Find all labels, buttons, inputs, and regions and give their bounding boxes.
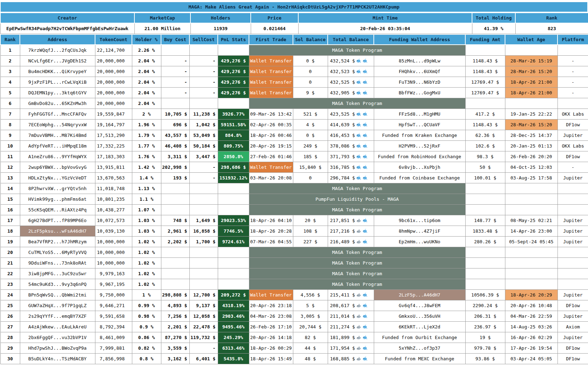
cell-rank: 15	[0, 194, 20, 205]
cell-rank: 6	[0, 98, 20, 109]
cell-platform	[558, 268, 588, 279]
cell-first-trade: Wallet Transfer	[249, 162, 293, 173]
cell-sol-balance: 20,744 $	[293, 322, 328, 332]
cell-total-balance: 296,784 $	[328, 173, 374, 183]
shark-icon	[356, 346, 361, 350]
cell-rank: 30	[0, 354, 20, 364]
cell-address: 8P2hwrvXW...grYQtv5nh	[20, 183, 95, 194]
cell-buy-cost: 46,408 $	[161, 141, 189, 151]
summary-header-holders: Holders	[190, 13, 251, 23]
summary-header-mint-time: Mint Time	[298, 13, 472, 23]
summary-table: Creator MarketCap Holders Price Mint Tim…	[0, 12, 588, 34]
cell-wallet-age: 14-Aug-25 03:26	[505, 322, 558, 332]
whale-icon	[362, 165, 368, 170]
whale-icon	[362, 303, 368, 308]
cell-address: 7krzWQqfJ...2fqCUsJqk	[20, 45, 95, 56]
cell-platform: OKX Labs	[558, 109, 588, 120]
cell-sol-balance: 44 $	[293, 343, 328, 354]
cell-funding-wallet: 6KEkRT...LjeX2d	[374, 322, 465, 332]
cell-wallet-age: 04-Mar-26 22:59	[505, 311, 558, 322]
cell-total-balance: 378,086 $	[328, 141, 374, 151]
holder-row: 30B5uDLkY4n...TSzMdACBY7,856,9980.8 %3,1…	[0, 354, 588, 364]
holder-row: 17krzWQqfJ...2fqCUsJqk22,124,7002.26 %MA…	[0, 45, 588, 56]
cell-buy-cost	[161, 194, 189, 205]
whale-icon	[362, 59, 368, 63]
cell-pnl: 209,272 $	[218, 290, 249, 300]
cell-sell-cost: -	[189, 77, 218, 88]
cell-total-balance: 211,014 $	[328, 311, 374, 322]
col-header-funding-wallet: Funding Wallet Address	[374, 34, 465, 45]
col-header-sol-balance: Sol Balance	[293, 34, 328, 45]
col-header-funding-amt: Funding Amt	[465, 34, 505, 45]
cell-sell-cost: 50,184 $	[189, 141, 218, 151]
cell-address: A4zAjWkew...EAuLkAreU	[20, 322, 95, 332]
cell-first-trade: Wallet Transfer	[249, 56, 293, 66]
cell-buy-cost: -	[161, 56, 189, 66]
cell-sell-cost	[189, 258, 218, 268]
cell-token-count: 10,438,277	[95, 205, 132, 215]
cell-pnl	[218, 247, 249, 258]
cell-pnl: 245.29%	[218, 332, 249, 343]
cell-total-balance: 216,489 $	[328, 237, 374, 247]
col-header-holder-pct: Holder %	[132, 34, 161, 45]
holders-tbody: 17krzWQqfJ...2fqCUsJqk22,124,7002.26 %MA…	[0, 45, 588, 364]
cell-sell-cost: -	[189, 173, 218, 183]
cell-holder-pct: 1.79 %	[132, 130, 161, 141]
whale-icon	[356, 90, 361, 95]
cell-address: HDLxZtyNx...YGzVcVeDT	[20, 173, 95, 183]
cell-wallet-age: 16-Apr-26 02:29	[505, 332, 558, 343]
cell-buy-cost: 2,961 $	[161, 226, 189, 237]
cell-holder-pct: 1.02 %	[132, 237, 161, 247]
cell-funding-amt: 100.01 $	[465, 173, 505, 183]
cell-total-balance: 208,617 $	[328, 300, 374, 311]
whale-icon	[356, 122, 361, 127]
whale-icon	[362, 293, 368, 297]
cell-token-count: 8,461,009	[95, 332, 132, 343]
cell-funding-wallet: Funded from Ourbit Exchange	[374, 332, 465, 343]
cell-address: GUW7aZHqX...9f7P1gqLZ	[20, 300, 95, 311]
cell-funding-amt: 10506.39 $	[465, 290, 505, 300]
creator-address: EpEPwSwfR34Puadp7H2vTCWkFbpmMFfgbEsPwHrZ…	[0, 23, 134, 34]
cell-total-balance: 432,523 $	[328, 66, 374, 77]
cell-sol-balance: 3,005 $	[293, 311, 328, 322]
cell-holder-pct: 1.77 %	[132, 141, 161, 151]
cell-wallet-age: 18-Apr-26 21:00	[505, 88, 558, 98]
cell-token-count: 17,183,303	[95, 151, 132, 162]
cell-sell-cost: 53,049 $	[189, 130, 218, 141]
holder-row: 20CuTMLYoS5...6MyRTyVVQ10,000,0001.02 %M…	[0, 247, 588, 258]
cell-sell-cost	[189, 98, 218, 109]
cell-total-balance: 217,851 $	[328, 215, 374, 226]
cell-wallet-age: 28-Mar-26 15:20	[505, 66, 558, 77]
marketcap-value: 21.00 Million	[134, 23, 190, 34]
cell-funding-wallet: H2PVM9...52jRxF	[374, 141, 465, 151]
cell-buy-cost	[161, 268, 189, 279]
cell-sol-balance: 185 $	[293, 151, 328, 162]
cell-funding-wallet: Funded from MEXC Exchange	[374, 354, 465, 364]
cell-funding-amt	[465, 98, 505, 109]
cell-wallet-age: 17-Apr-26 19:54	[505, 343, 558, 354]
cell-platform: DF1ow	[558, 343, 588, 354]
summary-header-row: Creator MarketCap Holders Price Mint Tim…	[0, 13, 588, 23]
cell-rank: 11	[0, 151, 20, 162]
cell-address: Bea7VfRP2...h7JhMRzym	[20, 237, 95, 247]
cell-address: B5uDLkY4n...TSzMdACBY	[20, 354, 95, 364]
cell-buy-cost: 10,705 $	[161, 109, 189, 120]
cell-sell-cost: -	[189, 56, 218, 66]
cell-holder-pct: 1.13 %	[132, 183, 161, 194]
summary-header-total-holding: Total Holding	[472, 13, 515, 23]
cell-rank: 28	[0, 332, 20, 343]
cell-buy-cost: 748 $	[161, 215, 189, 226]
token-holders-app: MAGA: Make Aliens Great Again - Hon2rHAi…	[0, 0, 588, 364]
cell-funding-wallet: FFzSd8...M1gHMU	[374, 109, 465, 120]
whale-icon	[356, 154, 361, 159]
cell-rank: 13	[0, 173, 20, 183]
cell-address: FyhFGGTGf...MncCFAFQv	[20, 109, 95, 120]
cell-address: 9jxPzF1PL...rCwLVqXiB	[20, 77, 95, 88]
cell-funding-wallet: Funded from Kraken Exchange	[374, 130, 465, 141]
cell-token-count: 10,801,235	[95, 194, 132, 205]
cell-sol-balance: 20 $	[293, 215, 328, 226]
cell-platform	[558, 183, 588, 194]
cell-program-band: MAGA Token Program	[249, 268, 465, 279]
cell-platform: -	[558, 162, 588, 173]
cell-buy-cost: 2,201 $	[161, 322, 189, 332]
